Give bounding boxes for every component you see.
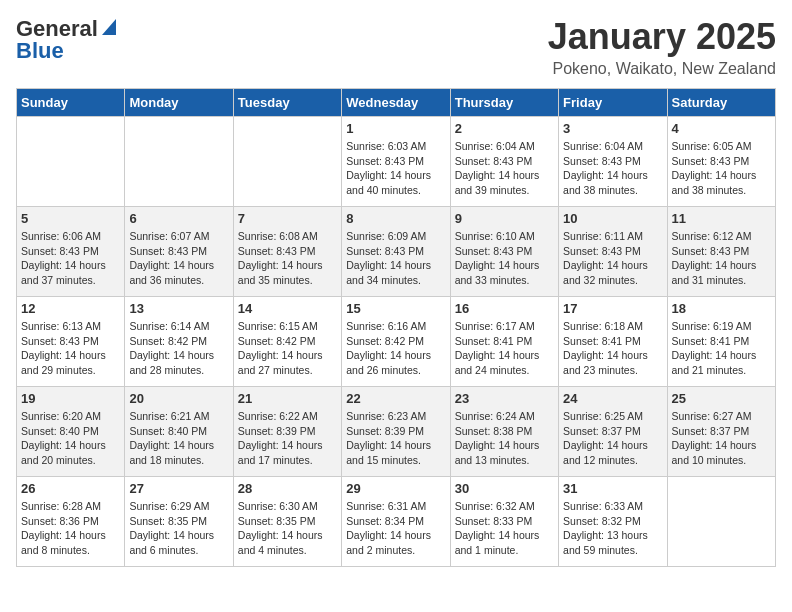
day-number: 5 — [21, 211, 120, 226]
column-header-friday: Friday — [559, 89, 667, 117]
day-number: 1 — [346, 121, 445, 136]
calendar-cell: 30Sunrise: 6:32 AM Sunset: 8:33 PM Dayli… — [450, 477, 558, 567]
day-number: 27 — [129, 481, 228, 496]
day-number: 10 — [563, 211, 662, 226]
day-number: 17 — [563, 301, 662, 316]
day-info: Sunrise: 6:08 AM Sunset: 8:43 PM Dayligh… — [238, 229, 337, 288]
day-number: 8 — [346, 211, 445, 226]
calendar-cell: 26Sunrise: 6:28 AM Sunset: 8:36 PM Dayli… — [17, 477, 125, 567]
day-info: Sunrise: 6:20 AM Sunset: 8:40 PM Dayligh… — [21, 409, 120, 468]
day-info: Sunrise: 6:31 AM Sunset: 8:34 PM Dayligh… — [346, 499, 445, 558]
calendar-cell: 22Sunrise: 6:23 AM Sunset: 8:39 PM Dayli… — [342, 387, 450, 477]
day-number: 12 — [21, 301, 120, 316]
calendar-cell: 7Sunrise: 6:08 AM Sunset: 8:43 PM Daylig… — [233, 207, 341, 297]
calendar-cell: 9Sunrise: 6:10 AM Sunset: 8:43 PM Daylig… — [450, 207, 558, 297]
day-info: Sunrise: 6:30 AM Sunset: 8:35 PM Dayligh… — [238, 499, 337, 558]
day-info: Sunrise: 6:14 AM Sunset: 8:42 PM Dayligh… — [129, 319, 228, 378]
day-info: Sunrise: 6:25 AM Sunset: 8:37 PM Dayligh… — [563, 409, 662, 468]
day-info: Sunrise: 6:21 AM Sunset: 8:40 PM Dayligh… — [129, 409, 228, 468]
day-number: 13 — [129, 301, 228, 316]
day-info: Sunrise: 6:05 AM Sunset: 8:43 PM Dayligh… — [672, 139, 771, 198]
day-number: 24 — [563, 391, 662, 406]
day-info: Sunrise: 6:07 AM Sunset: 8:43 PM Dayligh… — [129, 229, 228, 288]
column-header-saturday: Saturday — [667, 89, 775, 117]
day-info: Sunrise: 6:22 AM Sunset: 8:39 PM Dayligh… — [238, 409, 337, 468]
day-info: Sunrise: 6:03 AM Sunset: 8:43 PM Dayligh… — [346, 139, 445, 198]
logo-blue: Blue — [16, 38, 64, 64]
calendar-cell: 6Sunrise: 6:07 AM Sunset: 8:43 PM Daylig… — [125, 207, 233, 297]
day-info: Sunrise: 6:10 AM Sunset: 8:43 PM Dayligh… — [455, 229, 554, 288]
logo: General Blue — [16, 16, 114, 64]
column-header-monday: Monday — [125, 89, 233, 117]
day-number: 18 — [672, 301, 771, 316]
calendar-cell: 25Sunrise: 6:27 AM Sunset: 8:37 PM Dayli… — [667, 387, 775, 477]
calendar-cell: 1Sunrise: 6:03 AM Sunset: 8:43 PM Daylig… — [342, 117, 450, 207]
calendar-header: SundayMondayTuesdayWednesdayThursdayFrid… — [17, 89, 776, 117]
calendar-cell: 14Sunrise: 6:15 AM Sunset: 8:42 PM Dayli… — [233, 297, 341, 387]
day-info: Sunrise: 6:06 AM Sunset: 8:43 PM Dayligh… — [21, 229, 120, 288]
calendar-cell: 31Sunrise: 6:33 AM Sunset: 8:32 PM Dayli… — [559, 477, 667, 567]
day-number: 22 — [346, 391, 445, 406]
calendar-cell: 5Sunrise: 6:06 AM Sunset: 8:43 PM Daylig… — [17, 207, 125, 297]
calendar-cell: 10Sunrise: 6:11 AM Sunset: 8:43 PM Dayli… — [559, 207, 667, 297]
day-number: 15 — [346, 301, 445, 316]
calendar-cell — [125, 117, 233, 207]
day-info: Sunrise: 6:04 AM Sunset: 8:43 PM Dayligh… — [455, 139, 554, 198]
day-number: 31 — [563, 481, 662, 496]
column-header-tuesday: Tuesday — [233, 89, 341, 117]
logo-triangle-icon — [102, 19, 116, 39]
day-info: Sunrise: 6:09 AM Sunset: 8:43 PM Dayligh… — [346, 229, 445, 288]
day-number: 23 — [455, 391, 554, 406]
day-info: Sunrise: 6:19 AM Sunset: 8:41 PM Dayligh… — [672, 319, 771, 378]
day-info: Sunrise: 6:17 AM Sunset: 8:41 PM Dayligh… — [455, 319, 554, 378]
column-header-thursday: Thursday — [450, 89, 558, 117]
day-info: Sunrise: 6:29 AM Sunset: 8:35 PM Dayligh… — [129, 499, 228, 558]
day-number: 30 — [455, 481, 554, 496]
day-info: Sunrise: 6:18 AM Sunset: 8:41 PM Dayligh… — [563, 319, 662, 378]
calendar-cell: 2Sunrise: 6:04 AM Sunset: 8:43 PM Daylig… — [450, 117, 558, 207]
column-header-wednesday: Wednesday — [342, 89, 450, 117]
day-number: 7 — [238, 211, 337, 226]
day-info: Sunrise: 6:12 AM Sunset: 8:43 PM Dayligh… — [672, 229, 771, 288]
calendar-cell — [233, 117, 341, 207]
calendar-cell: 13Sunrise: 6:14 AM Sunset: 8:42 PM Dayli… — [125, 297, 233, 387]
day-info: Sunrise: 6:32 AM Sunset: 8:33 PM Dayligh… — [455, 499, 554, 558]
calendar-cell: 16Sunrise: 6:17 AM Sunset: 8:41 PM Dayli… — [450, 297, 558, 387]
calendar-cell: 12Sunrise: 6:13 AM Sunset: 8:43 PM Dayli… — [17, 297, 125, 387]
day-number: 20 — [129, 391, 228, 406]
day-info: Sunrise: 6:28 AM Sunset: 8:36 PM Dayligh… — [21, 499, 120, 558]
calendar-cell: 15Sunrise: 6:16 AM Sunset: 8:42 PM Dayli… — [342, 297, 450, 387]
title-area: January 2025 Pokeno, Waikato, New Zealan… — [548, 16, 776, 78]
day-info: Sunrise: 6:15 AM Sunset: 8:42 PM Dayligh… — [238, 319, 337, 378]
day-info: Sunrise: 6:16 AM Sunset: 8:42 PM Dayligh… — [346, 319, 445, 378]
day-number: 14 — [238, 301, 337, 316]
calendar-cell: 27Sunrise: 6:29 AM Sunset: 8:35 PM Dayli… — [125, 477, 233, 567]
day-info: Sunrise: 6:23 AM Sunset: 8:39 PM Dayligh… — [346, 409, 445, 468]
day-number: 2 — [455, 121, 554, 136]
day-info: Sunrise: 6:24 AM Sunset: 8:38 PM Dayligh… — [455, 409, 554, 468]
calendar-cell: 18Sunrise: 6:19 AM Sunset: 8:41 PM Dayli… — [667, 297, 775, 387]
day-info: Sunrise: 6:11 AM Sunset: 8:43 PM Dayligh… — [563, 229, 662, 288]
calendar-cell — [17, 117, 125, 207]
day-number: 3 — [563, 121, 662, 136]
calendar-cell — [667, 477, 775, 567]
calendar-cell: 17Sunrise: 6:18 AM Sunset: 8:41 PM Dayli… — [559, 297, 667, 387]
day-number: 21 — [238, 391, 337, 406]
location-title: Pokeno, Waikato, New Zealand — [548, 60, 776, 78]
day-number: 4 — [672, 121, 771, 136]
calendar-cell: 19Sunrise: 6:20 AM Sunset: 8:40 PM Dayli… — [17, 387, 125, 477]
calendar-cell: 20Sunrise: 6:21 AM Sunset: 8:40 PM Dayli… — [125, 387, 233, 477]
calendar-cell: 23Sunrise: 6:24 AM Sunset: 8:38 PM Dayli… — [450, 387, 558, 477]
calendar-cell: 28Sunrise: 6:30 AM Sunset: 8:35 PM Dayli… — [233, 477, 341, 567]
calendar-cell: 24Sunrise: 6:25 AM Sunset: 8:37 PM Dayli… — [559, 387, 667, 477]
day-number: 6 — [129, 211, 228, 226]
day-number: 16 — [455, 301, 554, 316]
day-number: 28 — [238, 481, 337, 496]
column-header-sunday: Sunday — [17, 89, 125, 117]
calendar-cell: 29Sunrise: 6:31 AM Sunset: 8:34 PM Dayli… — [342, 477, 450, 567]
month-title: January 2025 — [548, 16, 776, 58]
day-number: 26 — [21, 481, 120, 496]
day-number: 25 — [672, 391, 771, 406]
calendar-cell: 8Sunrise: 6:09 AM Sunset: 8:43 PM Daylig… — [342, 207, 450, 297]
calendar-cell: 3Sunrise: 6:04 AM Sunset: 8:43 PM Daylig… — [559, 117, 667, 207]
